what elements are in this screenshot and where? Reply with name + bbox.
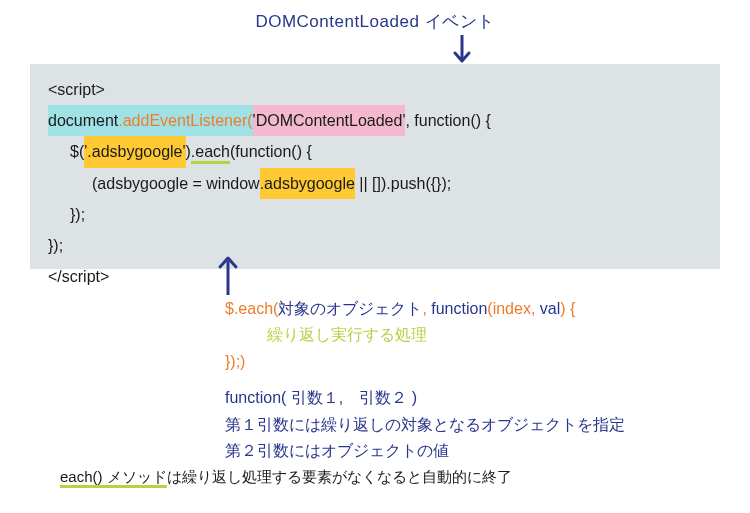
code-block: <script> document.addEventListener('DOMC… [30, 64, 720, 269]
footnote-rest: は繰り返し処理する要素がなくなると自動的に終了 [167, 468, 512, 485]
code-text: (function() { [230, 143, 312, 160]
code-text: .addEventListener( [118, 112, 252, 129]
code-text: || []).push({}); [355, 175, 451, 192]
annotation-block: $.each(対象のオブジェクト, function(index, val) {… [225, 296, 720, 464]
figure-title-text: DOMContentLoaded イベント [255, 12, 494, 31]
anno-text: 繰り返し実行する処理 [267, 326, 427, 343]
anno-text: $.each( [225, 300, 278, 317]
anno-text: val [540, 300, 560, 317]
anno-text: });) [225, 353, 245, 370]
anno-text: 第１引数には繰り返しの対象となるオブジェクトを指定 [225, 416, 625, 433]
highlight-adsbygoogle: .adsbygoogle [260, 168, 355, 199]
highlight-domcontentloaded: 'DOMContentLoaded' [253, 105, 406, 136]
code-text: (adsbygoogle = window [92, 175, 260, 192]
anno-text: 対象のオブジェクト [278, 300, 422, 317]
highlight-document: document.addEventListener( [48, 105, 253, 136]
code-text: </script> [48, 268, 109, 285]
annotation-line-5: 第１引数には繰り返しの対象となるオブジェクトを指定 [225, 412, 720, 438]
code-line-7: </script> [48, 261, 702, 292]
code-line-5: }); [48, 199, 702, 230]
code-line-1: <script> [48, 74, 702, 105]
code-text: }); [70, 206, 85, 223]
annotation-block-2: function( 引数１, 引数２ ) 第１引数には繰り返しの対象となるオブジ… [225, 385, 720, 464]
code-line-2: document.addEventListener('DOMContentLoa… [48, 105, 702, 136]
anno-text: (index, [487, 300, 539, 317]
annotation-line-2: 繰り返し実行する処理 [225, 322, 720, 348]
highlight-selector: '.adsbygoogle' [84, 136, 185, 167]
code-text: .adsbygoogle [260, 175, 355, 192]
code-line-4: (adsbygoogle = window.adsbygoogle || [])… [48, 168, 702, 199]
underline-each: .each [191, 144, 230, 164]
code-text: }); [48, 237, 63, 254]
annotation-line-4: function( 引数１, 引数２ ) [225, 385, 720, 411]
arrow-up-icon [215, 253, 241, 295]
code-text: document [48, 112, 118, 129]
footnote-lead: each() メソッド [60, 469, 167, 488]
anno-text: ) { [560, 300, 575, 317]
arrow-down-icon [452, 35, 472, 65]
anno-text: function [431, 300, 487, 317]
code-text: $( [70, 143, 84, 160]
code-line-6: }); [48, 230, 702, 261]
annotation-line-6: 第２引数にはオブジェクトの値 [225, 438, 720, 464]
code-text: .each [191, 143, 230, 160]
annotation-line-3: });) [225, 349, 720, 375]
figure-title: DOMContentLoaded イベント [0, 10, 750, 33]
code-line-3: $('.adsbygoogle').each(function() { [48, 136, 702, 167]
anno-text: 第２引数にはオブジェクトの値 [225, 442, 449, 459]
code-text: '.adsbygoogle' [84, 143, 185, 160]
anno-text: function( 引数１, 引数２ ) [225, 389, 417, 406]
anno-text: , [422, 300, 431, 317]
annotation-line-1: $.each(対象のオブジェクト, function(index, val) { [225, 296, 720, 322]
code-text: , function() { [405, 112, 490, 129]
code-text: 'DOMContentLoaded' [253, 112, 406, 129]
code-text: <script> [48, 81, 105, 98]
footnote: each() メソッドは繰り返し処理する要素がなくなると自動的に終了 [60, 468, 512, 488]
